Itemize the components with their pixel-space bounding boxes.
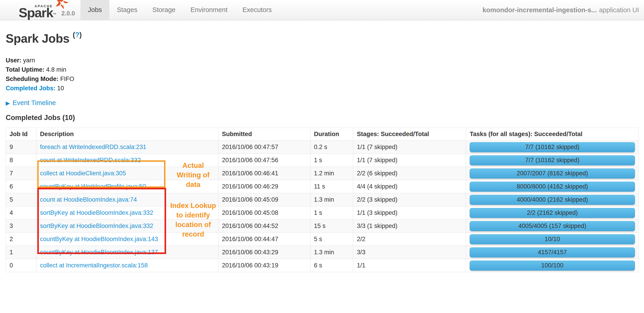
column-header-stages[interactable]: Stages: Succeeded/Total: [353, 128, 466, 141]
job-description-link[interactable]: countByKey at WorkloadProfile.java:50: [40, 183, 146, 190]
tab-executors[interactable]: Executors: [235, 0, 279, 20]
description-cell: count at WriteIndexedRDD.scala:332: [36, 154, 218, 167]
tasks-cell: 7/7 (10162 skipped): [466, 154, 639, 167]
spark-star-icon: [54, 0, 72, 10]
summary-user: User: yarn: [6, 56, 638, 65]
column-header-tasks[interactable]: Tasks (for all stages): Succeeded/Total: [466, 128, 639, 141]
event-timeline-toggle[interactable]: Event Timeline: [6, 99, 56, 107]
duration-cell: 1.3 min: [310, 193, 353, 206]
tab-stages[interactable]: Stages: [109, 0, 145, 20]
submitted-cell: 2016/10/06 00:43:19: [218, 259, 310, 272]
tasks-cell: 4005/4005 (157 skipped): [466, 220, 639, 233]
column-header-job-id[interactable]: Job Id: [6, 128, 36, 141]
event-timeline-label: Event Timeline: [12, 99, 56, 106]
application-name: komondor-incremental-ingestion-s...: [483, 6, 597, 14]
tab-storage[interactable]: Storage: [145, 0, 183, 20]
job-description-link[interactable]: countByKey at HoodieBloomIndex.java:137: [40, 249, 158, 256]
summary-scheduling-value: FIFO: [60, 76, 74, 82]
stages-cell: 2/2: [353, 233, 466, 246]
tasks-progress-bar: 7/7 (10162 skipped): [470, 155, 635, 165]
job-description-link[interactable]: countByKey at HoodieBloomIndex.java:143: [40, 236, 158, 242]
job-description-link[interactable]: count at HoodieBloomIndex.java:74: [40, 196, 137, 203]
stages-cell: 3/3: [353, 246, 466, 259]
completed-jobs-heading: Completed Jobs (10): [6, 114, 638, 122]
job-description-link[interactable]: sortByKey at HoodieBloomIndex.java:332: [40, 209, 153, 216]
spark-logo[interactable]: APACHE Spark 2.0.0: [9, 0, 71, 20]
submitted-cell: 2016/10/06 00:44:47: [218, 233, 310, 246]
duration-cell: 5 s: [310, 233, 353, 246]
stages-cell: 2/2 (3 skipped): [353, 193, 466, 206]
completed-jobs-count: 10: [57, 85, 64, 92]
duration-cell: 15 s: [310, 220, 353, 233]
table-row: 2 countByKey at HoodieBloomIndex.java:14…: [6, 233, 639, 246]
application-ui-suffix: application UI: [599, 6, 639, 14]
application-title: komondor-incremental-ingestion-s... appl…: [483, 0, 639, 20]
table-row: 6 countByKey at WorkloadProfile.java:50 …: [6, 180, 639, 193]
duration-cell: 1.2 min: [310, 167, 353, 180]
table-row: 7 collect at HoodieClient.java:305 2016/…: [6, 167, 639, 180]
completed-jobs-table: Job Id Description Submitted Duration St…: [6, 128, 639, 272]
tasks-progress-bar: 2/2 (2162 skipped): [470, 208, 635, 218]
column-header-submitted[interactable]: Submitted: [218, 128, 310, 141]
stages-cell: 1/1: [353, 259, 466, 272]
table-row: 3 sortByKey at HoodieBloomIndex.java:332…: [6, 220, 639, 233]
description-cell: sortByKey at HoodieBloomIndex.java:332: [36, 220, 218, 233]
tasks-cell: 8000/8000 (4162 skipped): [466, 180, 639, 193]
help-question-link[interactable]: ?: [75, 31, 79, 39]
summary-scheduling-mode: Scheduling Mode: FIFO: [6, 74, 638, 84]
job-description-link[interactable]: count at WriteIndexedRDD.scala:332: [40, 157, 141, 163]
tasks-cell: 100/100: [466, 259, 639, 272]
job-id-cell: 7: [6, 167, 36, 180]
column-header-description[interactable]: Description: [36, 128, 218, 141]
expand-arrow-icon: [6, 100, 10, 106]
navbar: APACHE Spark 2.0.0 Jobs Stages Storage E…: [0, 0, 644, 20]
stages-cell: 1/1 (7 skipped): [353, 141, 466, 154]
column-header-duration[interactable]: Duration: [310, 128, 353, 141]
job-description-link[interactable]: foreach at WriteIndexedRDD.scala:231: [40, 144, 146, 150]
submitted-cell: 2016/10/06 00:43:29: [218, 246, 310, 259]
submitted-cell: 2016/10/06 00:47:57: [218, 141, 310, 154]
help-paren-open: (: [73, 31, 75, 39]
tab-jobs[interactable]: Jobs: [80, 0, 109, 20]
completed-jobs-link[interactable]: Completed Jobs:: [6, 85, 56, 92]
table-row: 1 countByKey at HoodieBloomIndex.java:13…: [6, 246, 639, 259]
summary-scheduling-label: Scheduling Mode:: [6, 76, 59, 82]
description-cell: countByKey at WorkloadProfile.java:50: [36, 180, 218, 193]
job-id-cell: 0: [6, 259, 36, 272]
tasks-cell: 4000/4000 (2162 skipped): [466, 193, 639, 206]
job-description-link[interactable]: sortByKey at HoodieBloomIndex.java:332: [40, 222, 153, 229]
job-id-cell: 9: [6, 141, 36, 154]
tasks-cell: 2/2 (2162 skipped): [466, 206, 639, 220]
job-id-cell: 3: [6, 220, 36, 233]
duration-cell: 6 s: [310, 259, 353, 272]
submitted-cell: 2016/10/06 00:46:41: [218, 167, 310, 180]
page-title: Spark Jobs (?): [6, 31, 638, 45]
duration-cell: 0.2 s: [310, 141, 353, 154]
spark-version: 2.0.0: [61, 10, 75, 17]
duration-cell: 1.3 min: [310, 246, 353, 259]
description-cell: countByKey at HoodieBloomIndex.java:137: [36, 246, 218, 259]
job-id-cell: 8: [6, 154, 36, 167]
tab-environment[interactable]: Environment: [183, 0, 235, 20]
stages-cell: 4/4 (4 skipped): [353, 180, 466, 193]
tasks-progress-bar: 4005/4005 (157 skipped): [470, 221, 635, 231]
tasks-cell: 4157/4157: [466, 246, 639, 259]
job-id-cell: 4: [6, 206, 36, 220]
job-description-link[interactable]: collect at IncrementalIngestor.scala:158: [40, 262, 148, 269]
summary-uptime-label: Total Uptime:: [6, 66, 44, 73]
duration-cell: 1 s: [310, 206, 353, 220]
description-cell: sortByKey at HoodieBloomIndex.java:332: [36, 206, 218, 220]
description-cell: collect at HoodieClient.java:305: [36, 167, 218, 180]
job-summary-list: User: yarn Total Uptime: 4.8 min Schedul…: [6, 56, 638, 93]
tasks-progress-bar: 7/7 (10162 skipped): [470, 142, 635, 152]
spark-wordmark: Spark: [19, 5, 56, 20]
submitted-cell: 2016/10/06 00:45:09: [218, 193, 310, 206]
job-description-link[interactable]: collect at HoodieClient.java:305: [40, 170, 126, 177]
tasks-progress-bar: 4157/4157: [470, 247, 635, 257]
table-row: 8 count at WriteIndexedRDD.scala:332 201…: [6, 154, 639, 167]
job-id-cell: 6: [6, 180, 36, 193]
tasks-progress-bar: 10/10: [470, 234, 635, 244]
stages-cell: 1/1 (7 skipped): [353, 154, 466, 167]
summary-uptime: Total Uptime: 4.8 min: [6, 65, 638, 74]
description-cell: countByKey at HoodieBloomIndex.java:143: [36, 233, 218, 246]
